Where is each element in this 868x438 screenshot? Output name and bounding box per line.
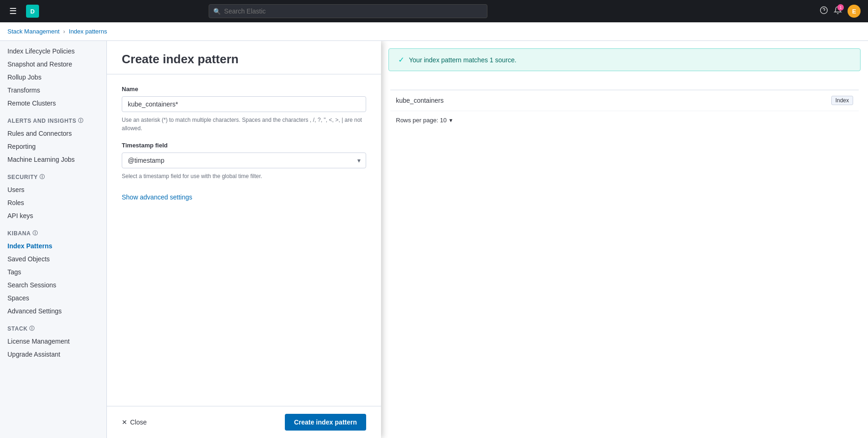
help-button[interactable]: [820, 6, 828, 17]
main-layout: Index Lifecycle Policies Snapshot and Re…: [0, 41, 868, 438]
match-row-name: kube_containers: [396, 97, 444, 104]
match-table-header: [390, 82, 859, 90]
flyout-header: Create index pattern: [107, 41, 381, 74]
match-row: kube_containers Index: [390, 90, 859, 111]
match-results-panel: ✓ Your index pattern matches 1 source. k…: [381, 41, 868, 438]
stack-info-icon: ⓘ: [29, 325, 35, 332]
close-button[interactable]: ✕ Close: [122, 418, 147, 426]
sidebar-section-stack: Stack ⓘ: [0, 318, 106, 335]
rows-per-page-chevron[interactable]: ▾: [449, 117, 453, 124]
create-index-pattern-flyout: Create index pattern Name Use an asteris…: [107, 41, 381, 438]
sidebar-item-search-sessions[interactable]: Search Sessions: [0, 279, 106, 292]
kibana-info-icon: ⓘ: [33, 230, 38, 237]
match-banner-text: Your index pattern matches 1 source.: [409, 56, 516, 64]
timestamp-select[interactable]: @timestamp: [122, 153, 366, 168]
rows-per-page: Rows per page: 10 ▾: [390, 111, 859, 129]
hamburger-button[interactable]: ☰: [7, 4, 19, 18]
search-input[interactable]: [209, 4, 487, 18]
breadcrumb-bar: Stack Management › Index patterns: [0, 22, 868, 41]
match-banner: ✓ Your index pattern matches 1 source.: [388, 48, 861, 71]
user-avatar[interactable]: E: [848, 5, 861, 18]
breadcrumb-separator: ›: [63, 28, 65, 35]
global-search-bar: 🔍: [209, 4, 487, 18]
match-table: kube_containers Index Rows per page: 10 …: [381, 79, 868, 133]
sidebar-item-spaces[interactable]: Spaces: [0, 292, 106, 305]
timestamp-select-wrapper: @timestamp ▾: [122, 153, 366, 168]
notifications-button[interactable]: 1: [834, 6, 842, 17]
timestamp-label: Timestamp field: [122, 142, 366, 149]
space-badge[interactable]: D: [26, 5, 39, 18]
nav-icons: 1 E: [820, 5, 861, 18]
sidebar-item-remote-clusters[interactable]: Remote Clusters: [0, 97, 106, 110]
sidebar-item-ml-jobs[interactable]: Machine Learning Jobs: [0, 153, 106, 166]
sidebar-item-advanced-settings[interactable]: Advanced Settings: [0, 305, 106, 318]
create-index-pattern-button[interactable]: Create index pattern: [285, 414, 366, 431]
sidebar-item-snapshot[interactable]: Snapshot and Restore: [0, 58, 106, 71]
sidebar-item-reporting[interactable]: Reporting: [0, 140, 106, 153]
sidebar-item-upgrade[interactable]: Upgrade Assistant: [0, 348, 106, 361]
check-icon: ✓: [398, 55, 404, 64]
breadcrumb-stack-management[interactable]: Stack Management: [7, 28, 59, 35]
sidebar-section-alerts: Alerts and Insights ⓘ: [0, 110, 106, 127]
security-info-icon: ⓘ: [39, 173, 45, 180]
sidebar-item-roles[interactable]: Roles: [0, 196, 106, 209]
notification-badge: 1: [837, 4, 844, 11]
sidebar-item-rules[interactable]: Rules and Connectors: [0, 127, 106, 140]
sidebar-item-license[interactable]: License Management: [0, 335, 106, 348]
sidebar-item-api-keys[interactable]: API keys: [0, 209, 106, 222]
close-icon: ✕: [122, 418, 127, 426]
flyout-footer: ✕ Close Create index pattern: [107, 406, 381, 438]
sidebar-item-index-patterns[interactable]: Index Patterns: [0, 239, 106, 252]
name-label: Name: [122, 86, 366, 93]
sidebar: Index Lifecycle Policies Snapshot and Re…: [0, 41, 107, 438]
name-hint: Use an asterisk (*) to match multiple ch…: [122, 116, 366, 133]
sidebar-item-rollup[interactable]: Rollup Jobs: [0, 71, 106, 84]
sidebar-item-tags[interactable]: Tags: [0, 265, 106, 279]
main-content: Index pat... Create and manage 🔍 Pattern…: [107, 41, 868, 438]
sidebar-item-users[interactable]: Users: [0, 183, 106, 196]
search-icon: 🔍: [213, 8, 221, 15]
breadcrumb-index-patterns[interactable]: Index patterns: [69, 28, 107, 35]
flyout-title: Create index pattern: [122, 52, 366, 66]
name-input[interactable]: [122, 96, 366, 112]
sidebar-item-transforms[interactable]: Transforms: [0, 84, 106, 97]
sidebar-item-index-lifecycle[interactable]: Index Lifecycle Policies: [0, 45, 106, 58]
sidebar-section-security: Security ⓘ: [0, 166, 106, 183]
sidebar-section-kibana: Kibana ⓘ: [0, 222, 106, 239]
sidebar-item-saved-objects[interactable]: Saved Objects: [0, 252, 106, 265]
show-advanced-link[interactable]: Show advanced settings: [122, 193, 192, 201]
match-type-badge: Index: [831, 96, 853, 105]
timestamp-hint: Select a timestamp field for use with th…: [122, 172, 366, 180]
flyout-body: Name Use an asterisk (*) to match multip…: [107, 74, 381, 406]
alerts-info-icon: ⓘ: [78, 117, 84, 124]
top-navigation: ☰ D 🔍 1 E: [0, 0, 868, 22]
